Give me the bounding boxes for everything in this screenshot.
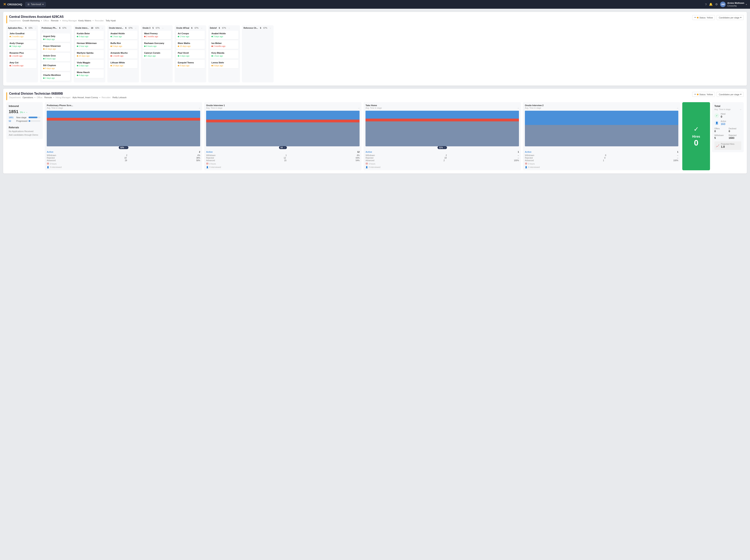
job1-candidates-btn[interactable]: Candidates per stage ▾	[716, 15, 744, 20]
kanban-card-4-0[interactable]: Ward Feeney 2 months ago	[143, 31, 171, 39]
referrals-empty: No Applications Received Add candidates …	[9, 130, 40, 137]
kanban-card-4-2[interactable]: Camryn Corwin 5 days ago	[143, 50, 171, 59]
card-name-2-3: Viola Maggio	[77, 61, 102, 64]
card-time-text-5-2: 2 days ago	[180, 55, 189, 57]
job2-status-btn[interactable]: ✏ Status: Yellow	[692, 92, 715, 97]
kanban-card-0-3[interactable]: Amy Cot 2 months ago	[8, 60, 36, 68]
kanban-card-5-0[interactable]: Ari Crespo 1 hour ago	[176, 31, 205, 39]
card-name-5-2: Paul Verzil	[178, 52, 203, 54]
col-count-1: 6	[59, 27, 60, 29]
kanban-card-2-2[interactable]: Marilyne Spinka 20 days ago	[75, 50, 104, 59]
kanban-card-3-1[interactable]: Buffa Rini 8 days ago	[109, 40, 137, 49]
kanban-card-2-0[interactable]: Korbin Beier 3 days ago	[75, 31, 104, 39]
kanban-card-6-0[interactable]: Anabel Hickle 3 days ago	[210, 31, 238, 39]
rejected-val: 1683	[729, 136, 741, 139]
funnel-bar-active-0	[47, 111, 200, 118]
withdrawn-pct-0: 4%	[197, 154, 200, 156]
hm-label: Hiring Manager	[62, 19, 77, 22]
card-name-0-3: Amy Cot	[9, 61, 35, 64]
kanban-card-6-1[interactable]: Iva Weber 2 months ago	[210, 40, 238, 49]
kanban-card-1-2[interactable]: Antoin Grox 6 hours ago	[42, 53, 70, 61]
inbound-bar-0	[28, 117, 37, 118]
card-name-3-0: Anabel Hickle	[110, 32, 136, 35]
job2-candidates-btn[interactable]: Candidates per stage ▾	[716, 92, 744, 97]
funnel-pct-badge-1: 54 →	[279, 146, 287, 149]
funnel-stage-3: Onsite Interview 2 Avg. Time in stage --…	[523, 102, 680, 170]
fstage-advanced-row-1: Advanced 15 54%	[206, 159, 360, 162]
withdrawn-pct-1: 4%	[357, 154, 360, 156]
kanban-card-6-3[interactable]: Lenna Stehr 8 days ago	[210, 60, 238, 68]
card-time-4-0: 2 months ago	[144, 36, 169, 38]
kanban-card-5-1[interactable]: Blem Waths 10 days ago	[176, 40, 205, 49]
card-time-text-2-1: 1 hour ago	[79, 45, 88, 47]
inbound-row-1: 52 Progressed	[9, 120, 40, 122]
fstage-active-label-2: Active	[365, 151, 372, 153]
kanban-card-3-3[interactable]: Lithuan White 14 days ago	[109, 60, 137, 68]
kanban-card-0-1[interactable]: Andy Chango 2 days ago	[8, 40, 36, 49]
advanced-label-3: Advanced	[525, 159, 533, 162]
kanban-card-1-0[interactable]: Argent Dely 4 days ago	[42, 34, 70, 42]
kanban-card-1-1[interactable]: Peque Shwarnan 14 days ago	[42, 43, 70, 52]
kanban-card-0-2[interactable]: Roxanne Plus 1 month ago	[8, 50, 36, 59]
time-dot-5-3	[178, 65, 179, 66]
kanban-card-2-1[interactable]: Herman Wilderman 1 hour ago	[75, 40, 104, 49]
inbound-bar-wrap-0	[28, 117, 40, 118]
declined-label: Declined	[729, 127, 741, 130]
user-org: Crosschq	[727, 4, 744, 7]
job1-candidates-label: Candidates per stage	[719, 16, 739, 19]
col-header-0: Aplication Rev... 5 63% →	[8, 27, 36, 29]
col-arrow-1: →	[42, 30, 43, 32]
total-sidebar: Total Avg. Time in stage -- ✓ Hired 0 👤 …	[712, 102, 744, 152]
total-title: Total	[714, 104, 741, 107]
kanban-card-1-3[interactable]: Bill Cloptom 9 days ago	[42, 63, 70, 71]
kanban-card-3-2[interactable]: Armando Mucho 1 month ago	[109, 50, 137, 59]
kanban-card-2-4[interactable]: Mona Hauck 4 days ago	[75, 69, 104, 78]
time-dot-2-2	[77, 55, 78, 57]
time-dot-3-1	[110, 45, 112, 47]
funnel-bar-active-1	[206, 111, 360, 120]
advanced-count-1: 15	[284, 159, 286, 162]
fstage-active-row-3: Active 1	[525, 151, 678, 153]
kanban-card-1-4[interactable]: Charlie Menthion 2 days ago	[42, 72, 70, 81]
card-time-1-2: 6 hours ago	[43, 58, 68, 60]
card-name-5-3: Ezequiel Twens	[178, 61, 203, 64]
time-dot-2-1	[77, 45, 78, 47]
talentwall-dropdown[interactable]: ⊞ Talentwall ▾	[25, 2, 46, 7]
hired-stat-info: Hired 0	[721, 113, 741, 118]
kanban-card-2-3[interactable]: Viola Maggio 2 days ago	[75, 60, 104, 68]
job1-status-btn[interactable]: ✏ Status: Yellow	[692, 15, 715, 20]
user-menu[interactable]: AM Arnies Mothown Crosschq ▾	[720, 2, 747, 7]
arrow-right-icon: →	[25, 111, 28, 114]
person-icon-1: 👤	[206, 166, 208, 168]
kanban-col-2: Onsite Interv... 10 63% → Korbin Beier 3…	[74, 25, 105, 82]
col-name-2: Onsite Interv...	[75, 27, 89, 29]
settings-icon[interactable]: ⚙	[715, 3, 718, 6]
col-arrow-6: →	[228, 27, 230, 29]
advanced-count-2: 2	[444, 159, 445, 162]
card-name-0-0: John Goodfrat	[9, 32, 35, 35]
card-time-6-3: 8 days ago	[211, 64, 237, 67]
withdrawn-label-0: Withdrawn	[47, 154, 56, 156]
card-name-5-1: Blem Waths	[178, 42, 203, 44]
fstage-active-label-3: Active	[525, 151, 531, 153]
kanban-col-4: Onsite 3 5 67% → Ward Feeney 2 months ag…	[141, 25, 173, 82]
interviewed-3: 0 interviewed	[528, 166, 540, 168]
time-dot-1-2	[43, 58, 44, 59]
card-name-6-0: Anabel Hickle	[211, 32, 237, 35]
kanban-card-6-2[interactable]: Kory Blanda 1 hour ago	[210, 50, 238, 59]
kanban-card-5-2[interactable]: Paul Verzil 2 days ago	[176, 50, 205, 59]
rejected-pct-1: 43%	[356, 157, 360, 159]
card-time-2-2: 20 days ago	[77, 55, 102, 57]
help-icon[interactable]: ?	[705, 3, 707, 6]
rejected-label-1: Rejected	[206, 157, 214, 159]
col-arrow-3: →	[135, 27, 137, 29]
kanban-card-4-1[interactable]: Rashawn Gorczany 6 hours ago	[143, 40, 171, 49]
kanban-card-3-0[interactable]: Anabel Hickle 1 hour ago	[109, 31, 137, 39]
fstage-sub-1: Avg. Time in stage --	[206, 107, 360, 109]
col-header-3: Onsite Intervi... 6 67% →	[109, 27, 137, 29]
kanban-card-0-0[interactable]: John Goodfrat 2 months ago	[8, 31, 36, 39]
funnel-stages: Preliminary Phone Scre... Avg. Time in s…	[45, 102, 680, 170]
chevron-down-icon-2: ▾	[740, 16, 742, 19]
kanban-card-5-3[interactable]: Ezequiel Twens 9 days ago	[176, 60, 205, 68]
bell-icon[interactable]: 🔔	[709, 3, 713, 6]
